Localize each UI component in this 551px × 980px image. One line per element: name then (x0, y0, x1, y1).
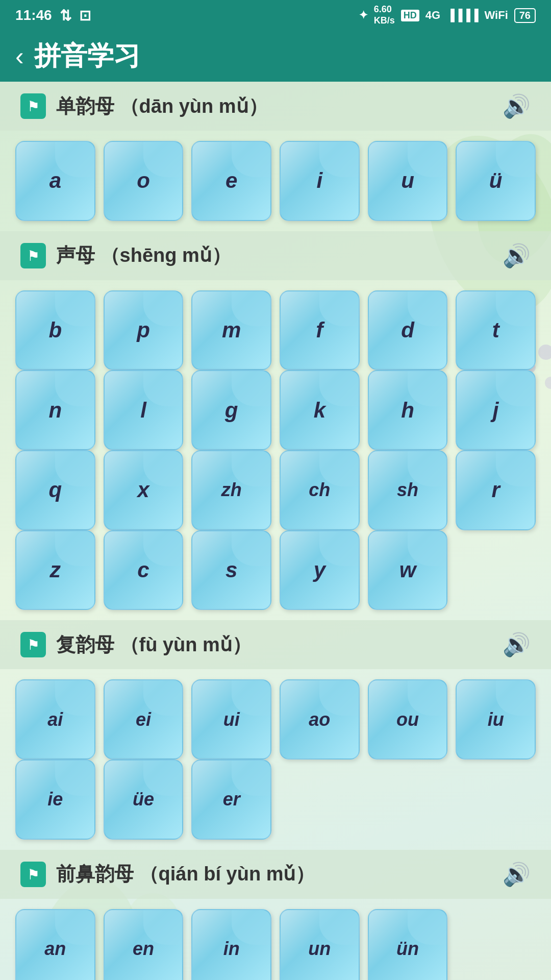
signal-icon: ▐▐▐▐ (446, 9, 478, 22)
dan-yun-mu-grid: a o e i u ü (0, 131, 551, 231)
tile-ue[interactable]: üe (104, 760, 184, 840)
tile-y[interactable]: y (280, 530, 360, 610)
section-header-sheng-mu: 声母 （shēng mǔ） 🔊 (0, 231, 551, 280)
sound-button-1[interactable]: 🔊 (503, 93, 531, 119)
tile-d[interactable]: d (368, 290, 448, 371)
bluetooth-icon: ✦ (359, 9, 368, 22)
tile-ei[interactable]: ei (104, 679, 184, 760)
tile-er[interactable]: er (191, 760, 271, 840)
tile-ch[interactable]: ch (280, 450, 360, 530)
main-content: 单韵母 （dān yùn mǔ） 🔊 a o e i u ü 声母 （shēng… (0, 82, 551, 980)
tile-in[interactable]: in (191, 909, 271, 980)
bookmark-icon-4 (20, 862, 46, 887)
bookmark-icon-2 (20, 243, 46, 268)
tile-sh[interactable]: sh (368, 450, 448, 530)
tile-f[interactable]: f (280, 290, 360, 371)
section-title-4: 前鼻韵母 （qián bí yùn mǔ） (56, 861, 315, 887)
tile-un-umlaut[interactable]: ün (368, 909, 448, 980)
hd-icon: HD (401, 10, 419, 21)
empty-cell (456, 530, 536, 610)
sound-button-4[interactable]: 🔊 (503, 861, 531, 888)
tile-x[interactable]: x (104, 450, 184, 530)
fu-yun-mu-row1: ai ei ui ao ou iu (0, 669, 551, 760)
tile-b[interactable]: b (15, 290, 95, 371)
sheng-mu-row3: q x zh ch sh r (0, 450, 551, 530)
tile-an[interactable]: an (15, 909, 95, 980)
tile-r[interactable]: r (456, 450, 536, 530)
bookmark-icon-1 (20, 93, 46, 119)
status-left: 11:46 ⇅ ⊡ (15, 7, 91, 24)
sheng-mu-row4: z c s y w (0, 530, 551, 621)
top-bar: ‹ 拼音学习 (0, 31, 551, 82)
tile-ie[interactable]: ie (15, 760, 95, 840)
bookmark-icon-3 (20, 632, 46, 657)
section-title-3: 复韵母 （fù yùn mǔ） (56, 632, 252, 658)
section-title-2: 声母 （shēng mǔ） (56, 242, 231, 268)
tile-k[interactable]: k (280, 370, 360, 450)
tile-ui[interactable]: ui (191, 679, 271, 760)
time: 11:46 (15, 7, 52, 23)
data-speed: 6.60KB/s (374, 4, 395, 26)
status-bar: 11:46 ⇅ ⊡ ✦ 6.60KB/s HD 4G ▐▐▐▐ WiFi 76 (0, 0, 551, 31)
battery-icon: 76 (514, 8, 536, 23)
tile-c[interactable]: c (104, 530, 184, 610)
tile-iu[interactable]: iu (456, 679, 536, 760)
tile-n[interactable]: n (15, 370, 95, 450)
back-button[interactable]: ‹ (15, 43, 24, 69)
tile-z[interactable]: z (15, 530, 95, 610)
qian-bi-grid: an en in un ün (0, 899, 551, 980)
tile-t[interactable]: t (456, 290, 536, 371)
sheng-mu-row2: n l g k h j (0, 370, 551, 450)
sheng-mu-row1: b p m f d t (0, 280, 551, 371)
tile-w[interactable]: w (368, 530, 448, 610)
page-title: 拼音学习 (34, 38, 140, 74)
status-right: ✦ 6.60KB/s HD 4G ▐▐▐▐ WiFi 76 (359, 4, 536, 26)
section-header-qian-bi: 前鼻韵母 （qián bí yùn mǔ） 🔊 (0, 850, 551, 899)
sound-button-3[interactable]: 🔊 (503, 631, 531, 658)
section-header-dan-yun-mu: 单韵母 （dān yùn mǔ） 🔊 (0, 82, 551, 131)
network-4g: 4G (425, 9, 440, 22)
tile-u[interactable]: u (368, 141, 448, 221)
wifi-icon: WiFi (485, 9, 508, 22)
tile-a[interactable]: a (15, 141, 95, 221)
tile-h[interactable]: h (368, 370, 448, 450)
tile-j[interactable]: j (456, 370, 536, 450)
tile-en[interactable]: en (104, 909, 184, 980)
usb-icon: ⇅ (60, 7, 71, 24)
tile-m[interactable]: m (191, 290, 271, 371)
tile-ai[interactable]: ai (15, 679, 95, 760)
tile-l[interactable]: l (104, 370, 184, 450)
tile-ou[interactable]: ou (368, 679, 448, 760)
tile-ao[interactable]: ao (280, 679, 360, 760)
tile-zh[interactable]: zh (191, 450, 271, 530)
tile-un[interactable]: un (280, 909, 360, 980)
tile-o[interactable]: o (104, 141, 184, 221)
section-header-fu-yun-mu: 复韵母 （fù yùn mǔ） 🔊 (0, 620, 551, 669)
tile-q[interactable]: q (15, 450, 95, 530)
tile-i[interactable]: i (280, 141, 360, 221)
fu-yun-mu-row2: ie üe er (0, 760, 551, 850)
tile-u-umlaut[interactable]: ü (456, 141, 536, 221)
tile-s[interactable]: s (191, 530, 271, 610)
tile-e[interactable]: e (191, 141, 271, 221)
sound-button-2[interactable]: 🔊 (503, 242, 531, 269)
tile-g[interactable]: g (191, 370, 271, 450)
tile-p[interactable]: p (104, 290, 184, 371)
section-title-1: 单韵母 （dān yùn mǔ） (56, 93, 268, 119)
cast-icon: ⊡ (79, 7, 91, 24)
